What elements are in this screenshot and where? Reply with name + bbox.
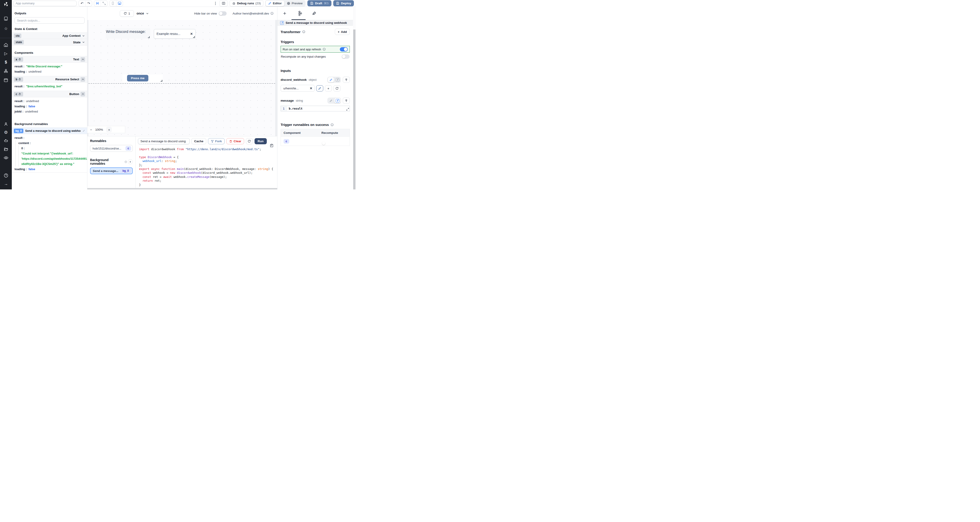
workers-robot-icon[interactable] (0, 138, 12, 143)
expand-button[interactable] (101, 1, 107, 6)
app-summary-input[interactable] (13, 1, 77, 6)
cache-button[interactable]: Cache (191, 138, 206, 144)
run-on-start-toggle[interactable] (340, 47, 348, 51)
connect-plug-button[interactable] (343, 97, 350, 103)
resize-handle[interactable] (161, 80, 162, 82)
vertical-scrollbar[interactable] (353, 7, 356, 189)
copy-code-button[interactable] (270, 143, 274, 148)
runnable-item-bg0-selected[interactable]: Send a message... bg_0 (90, 167, 133, 174)
press-me-button[interactable]: Press me (127, 75, 148, 81)
tab-editor[interactable]: Editor (266, 1, 284, 6)
hide-bar-toggle[interactable] (219, 11, 227, 16)
collapse-b-button[interactable] (81, 77, 85, 82)
zoom-in-button[interactable]: + (106, 127, 112, 132)
zoom-out-button[interactable]: − (90, 128, 92, 132)
hand-pointer-icon (18, 78, 21, 81)
home-icon[interactable] (0, 42, 12, 48)
state-row[interactable]: state State (12, 39, 87, 46)
resize-handle[interactable] (148, 36, 150, 38)
draft-button[interactable]: Draft⌘S (307, 0, 331, 6)
undo-button[interactable]: ↶ (79, 1, 85, 6)
eval-mode-button[interactable]: f (334, 98, 340, 103)
save-icon (336, 2, 339, 5)
clear-select-icon[interactable]: ✕ (190, 32, 193, 36)
frequency-dropdown[interactable]: once (137, 11, 149, 15)
component-settings-tab-icon[interactable] (297, 11, 302, 16)
connect-plug-button[interactable] (343, 77, 350, 83)
button-component-cell[interactable]: Press me (123, 75, 163, 82)
collapse-a-button[interactable] (81, 57, 85, 62)
runnable-name-input[interactable] (138, 138, 190, 144)
center-align-button[interactable] (94, 1, 101, 6)
expand-editor-button[interactable] (346, 108, 349, 111)
variables-icon[interactable]: $ (0, 59, 12, 65)
bottom-panel: Runnables hub/1511/discord/se... c Backg… (88, 136, 277, 189)
input-mode-segment: f (327, 97, 341, 103)
recompute-toggle[interactable] (342, 54, 350, 59)
collapse-c-button[interactable] (81, 92, 85, 96)
folders-icon[interactable] (0, 146, 12, 152)
styling-tab-brush-icon[interactable] (312, 11, 317, 16)
resize-handle[interactable] (193, 36, 195, 38)
run-button[interactable]: Run (255, 138, 267, 144)
mobile-icon (111, 2, 115, 5)
resource-select[interactable]: u/henri/te... ✕ (281, 85, 315, 92)
search-outputs-input[interactable] (14, 17, 84, 24)
favorites-icon[interactable]: ☆ (0, 26, 12, 31)
add-transformer-button[interactable]: +Add (335, 29, 350, 35)
help-icon[interactable] (0, 173, 12, 178)
text-component[interactable]: Write Discord message: (106, 29, 150, 38)
debug-runs-button[interactable]: Debug runs(23) (229, 0, 263, 6)
outputs-title: Outputs (12, 7, 87, 15)
refresh-count-button[interactable]: 1 (120, 10, 134, 17)
runs-icon[interactable]: ▷ (0, 51, 12, 56)
collapse-rail-icon[interactable]: → (0, 181, 12, 186)
edit-pencil-icon[interactable] (83, 129, 85, 132)
bug-icon (232, 2, 236, 5)
component-c-row[interactable]: c Button (12, 91, 87, 97)
info-icon[interactable] (302, 30, 305, 33)
settings-gear-icon[interactable]: ⚙ (0, 129, 12, 135)
static-mode-button[interactable] (328, 77, 334, 82)
message-expression-editor[interactable]: 1 b.result (281, 106, 350, 111)
audit-eye-icon[interactable] (0, 155, 12, 161)
eval-mode-button[interactable]: f (334, 77, 340, 82)
info-icon[interactable] (270, 12, 274, 15)
refresh-resource-button[interactable] (334, 85, 340, 91)
add-background-runnable-button[interactable]: + (128, 159, 133, 164)
desktop-view-button[interactable] (116, 1, 123, 6)
ctx-row[interactable]: ctx App Context (12, 32, 87, 39)
runnable-item-c[interactable]: hub/1511/discord/se... c (90, 145, 133, 152)
users-icon[interactable] (0, 121, 12, 127)
component-b-row[interactable]: b Resource Select (12, 76, 87, 83)
static-mode-button[interactable] (328, 98, 334, 103)
code-content[interactable]: import discordwebhook from "https://deno… (136, 146, 277, 188)
chevron-down-icon[interactable] (82, 41, 85, 44)
redo-button[interactable]: ↷ (85, 1, 92, 6)
edit-resource-button[interactable] (316, 85, 323, 91)
tab-preview[interactable]: Preview (284, 1, 305, 6)
reload-button[interactable] (246, 138, 253, 144)
component-a-row[interactable]: a Text (12, 56, 87, 63)
resources-icon[interactable] (0, 68, 12, 74)
info-icon[interactable] (323, 48, 326, 51)
fork-button[interactable]: Fork (208, 138, 224, 144)
bg0-row[interactable]: bg_0 Send a message to discord using web… (12, 127, 87, 134)
schedules-icon[interactable] (0, 77, 12, 83)
clear-resource-icon[interactable]: ✕ (310, 86, 312, 90)
scrollbar-thumb[interactable] (353, 30, 355, 189)
insert-tab-plus-icon[interactable] (282, 11, 287, 16)
more-menu-button[interactable]: ⋮ (213, 1, 218, 5)
info-icon[interactable] (331, 123, 334, 126)
docs-button[interactable] (220, 0, 228, 6)
deploy-button[interactable]: Deploy (333, 0, 354, 6)
workspace-icon[interactable] (0, 16, 12, 21)
mobile-view-button[interactable] (110, 1, 116, 6)
chevron-down-icon[interactable] (82, 34, 85, 37)
clear-button[interactable]: Clear (226, 138, 244, 144)
create-resource-button[interactable]: + (325, 85, 332, 91)
resource-select-component[interactable]: Example resou... ✕ (154, 29, 196, 38)
horizontal-scrollbar[interactable] (88, 188, 277, 189)
artboard[interactable]: Write Discord message: Example resou... … (89, 20, 275, 136)
windmill-logo[interactable] (0, 2, 12, 7)
